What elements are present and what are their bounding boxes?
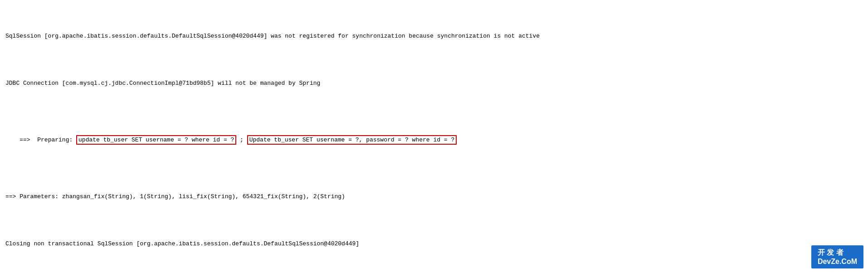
log-line-1: SqlSession [org.apache.ibatis.session.de… bbox=[5, 32, 863, 41]
sql-box-1: update tb_user SET username = ? where id… bbox=[76, 135, 236, 145]
watermark-line1: 开 发 者 bbox=[818, 248, 857, 258]
sql-separator: ; bbox=[236, 136, 247, 143]
log-container: SqlSession [org.apache.ibatis.session.de… bbox=[0, 0, 868, 273]
watermark: 开 发 者 DevZe.CoM bbox=[811, 245, 863, 268]
watermark-line2: DevZe.CoM bbox=[818, 258, 857, 266]
log-line-preparing: ==> Preparing: update tb_user SET userna… bbox=[5, 126, 863, 154]
log-line-4: ==> Parameters: zhangsan_fix(String), 1(… bbox=[5, 192, 863, 202]
log-line-5: Closing non transactional SqlSession [or… bbox=[5, 239, 863, 249]
sql-box-2: Update tb_user SET username = ?, passwor… bbox=[247, 135, 457, 145]
log-line-2: JDBC Connection [com.mysql.cj.jdbc.Conne… bbox=[5, 79, 863, 88]
preparing-prefix: ==> Preparing: bbox=[20, 136, 76, 143]
